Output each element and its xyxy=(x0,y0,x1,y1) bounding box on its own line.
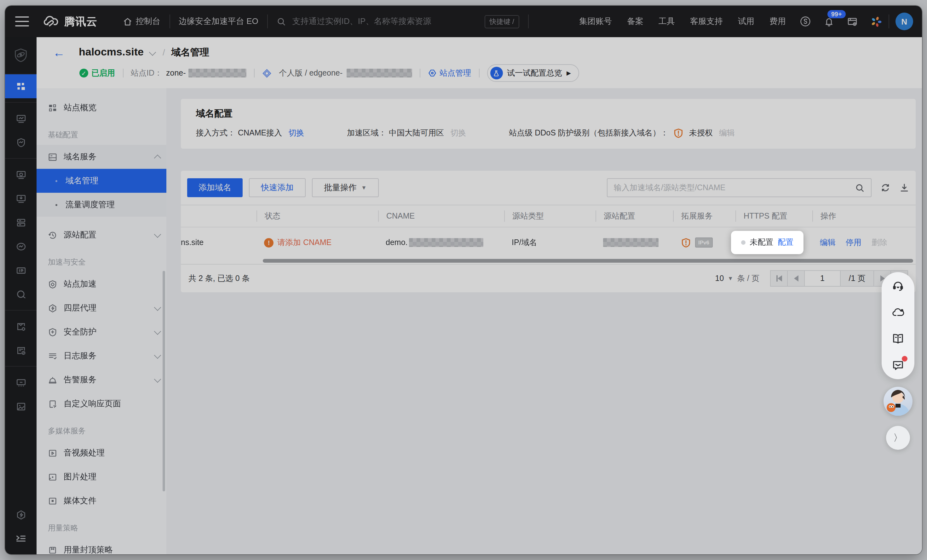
expand-chevron-button[interactable]: 〉 xyxy=(886,426,910,450)
nav-link-support[interactable]: 客服支持 xyxy=(682,16,730,27)
sidebar-item-site-overview[interactable]: 站点概览 xyxy=(36,96,166,120)
caret-down-icon: ▼ xyxy=(361,185,367,191)
status-dot-icon xyxy=(741,240,746,245)
sidebar-item-media-files[interactable]: 媒体文件 xyxy=(36,489,166,513)
horizontal-scrollbar[interactable] xyxy=(181,258,916,264)
sidebar-item-image-processing[interactable]: 图片处理 xyxy=(36,465,166,489)
sidebar-section-usage: 用量策略 xyxy=(36,513,166,538)
brand-logo[interactable]: 腾讯云 xyxy=(43,14,97,29)
sidebar-item-domain-management[interactable]: 域名管理 xyxy=(36,169,166,193)
custom-page-icon xyxy=(48,399,57,408)
scrollbar-thumb[interactable] xyxy=(263,259,913,263)
domain-table-card: 添加域名 快速添加 批量操作▼ 输入加速域名/源站类型/CNAME xyxy=(181,171,916,292)
currency-icon[interactable] xyxy=(793,16,818,27)
table-search-input[interactable]: 输入加速域名/源站类型/CNAME xyxy=(607,178,872,197)
video-icon xyxy=(48,448,57,458)
rail-item-terminal-monitor[interactable] xyxy=(5,370,36,394)
assistant-avatar[interactable] xyxy=(883,387,912,416)
col-actions: 操作 xyxy=(812,210,916,222)
nav-link-billing[interactable]: 费用 xyxy=(762,16,793,27)
notifications-bell-icon[interactable]: 99+ xyxy=(818,16,841,27)
rail-collapse-icon[interactable] xyxy=(5,527,36,551)
nav-link-trial[interactable]: 试用 xyxy=(730,16,762,27)
sidebar-item-custom-response[interactable]: 自定义响应页面 xyxy=(36,392,166,416)
rail-item-image[interactable] xyxy=(5,394,36,418)
sidebar-item-av-processing[interactable]: 音视频处理 xyxy=(36,441,166,465)
nav-product-title[interactable]: 边缘安全加速平台 EO xyxy=(170,6,267,37)
rail-item-page-gear[interactable] xyxy=(5,314,36,338)
sidebar-item-origin-config[interactable]: 源站配置 xyxy=(36,223,166,247)
media-file-icon xyxy=(48,496,57,505)
edit-link[interactable]: 编辑 xyxy=(820,237,836,248)
rail-item-shield-monitor[interactable] xyxy=(5,131,36,154)
quick-add-button[interactable]: 快速添加 xyxy=(249,178,305,197)
feedback-chat-icon[interactable] xyxy=(892,359,904,372)
sidebar-item-l4-proxy[interactable]: 四层代理 xyxy=(36,296,166,320)
bullet-icon xyxy=(55,204,57,206)
acceleration-icon xyxy=(48,279,57,289)
download-icon[interactable] xyxy=(899,183,909,193)
cell-actions: 编辑 停用 删除 xyxy=(812,237,916,248)
page-total: /1 页 xyxy=(840,270,874,287)
site-admin-link[interactable]: 站点管理 xyxy=(428,68,471,79)
sidebar-item-domain-service[interactable]: 域名服务 xyxy=(36,145,166,169)
site-switcher-chevron-icon[interactable] xyxy=(149,49,156,56)
site-admin-icon xyxy=(428,69,436,77)
rail-item-monitor-sync[interactable] xyxy=(5,162,36,187)
https-configure-link[interactable]: 配置 xyxy=(778,237,794,248)
status-badge: ✓ 已启用 xyxy=(79,68,115,79)
region-switch-link[interactable]: 切换 xyxy=(450,128,466,138)
rail-item-pulse-circle[interactable] xyxy=(5,234,36,258)
sidebar-item-security-protection[interactable]: 安全防护 xyxy=(36,320,166,344)
search-icon[interactable] xyxy=(855,183,865,193)
sidebar-item-site-acceleration[interactable]: 站点加速 xyxy=(36,272,166,296)
cell-origin-config xyxy=(596,238,673,247)
sidebar-item-traffic-scheduling[interactable]: 流量调度管理 xyxy=(36,193,166,217)
global-search[interactable]: 支持通过实例ID、IP、名称等搜索资源 快捷键 / xyxy=(268,15,528,28)
divider xyxy=(5,158,36,159)
console-settings-icon[interactable] xyxy=(841,16,864,27)
rail-item-search[interactable] xyxy=(5,282,36,306)
cloud-alert-icon[interactable] xyxy=(891,306,905,319)
sidebar-item-log-service[interactable]: 日志服务 xyxy=(36,344,166,368)
docs-book-icon[interactable] xyxy=(892,332,904,345)
nav-link-icp[interactable]: 备案 xyxy=(620,16,651,27)
delete-link[interactable]: 删除 xyxy=(872,237,887,248)
play-icon: ▶ xyxy=(567,70,571,76)
headset-support-icon[interactable] xyxy=(892,280,904,292)
col-extended: 拓展服务 xyxy=(673,210,736,222)
rail-item-server[interactable] xyxy=(5,210,36,234)
sidebar-item-usage-cap[interactable]: 用量封顶策略 xyxy=(36,538,166,554)
rail-item-monitor-chart[interactable] xyxy=(5,106,36,131)
hamburger-menu-icon[interactable] xyxy=(15,17,29,26)
pinwheel-apps-icon[interactable] xyxy=(864,15,889,27)
site-name[interactable]: halocms.site xyxy=(79,46,144,59)
refresh-icon[interactable] xyxy=(880,183,891,193)
nav-link-tools[interactable]: 工具 xyxy=(651,16,682,27)
back-arrow-button[interactable]: ← xyxy=(53,46,65,58)
nav-link-group-account[interactable]: 集团账号 xyxy=(571,16,620,27)
first-page-button[interactable] xyxy=(770,270,788,287)
rail-item-hexagon-flash[interactable] xyxy=(5,503,36,527)
nav-console[interactable]: 控制台 xyxy=(114,6,169,37)
divider xyxy=(528,15,529,28)
sidebar-item-alarm-service[interactable]: 告警服务 xyxy=(36,368,166,392)
table-search-placeholder: 输入加速域名/源站类型/CNAME xyxy=(614,182,725,193)
rail-item-page-speed[interactable] xyxy=(5,338,36,362)
sidebar-scrollbar[interactable] xyxy=(163,271,165,491)
user-avatar[interactable]: N xyxy=(895,12,913,30)
disable-link[interactable]: 停用 xyxy=(846,237,862,248)
rail-item-overview[interactable] xyxy=(5,74,36,98)
page-number-input[interactable]: 1 xyxy=(804,270,841,287)
add-domain-button[interactable]: 添加域名 xyxy=(187,178,243,197)
batch-actions-button[interactable]: 批量操作▼ xyxy=(312,178,379,197)
tour-overview-button[interactable]: 试一试配置总览 ▶ xyxy=(487,64,579,82)
rail-item-monitor-download[interactable] xyxy=(5,187,36,210)
ddos-edit-link[interactable]: 编辑 xyxy=(719,128,735,138)
prev-page-button[interactable] xyxy=(787,270,805,287)
page-size-select[interactable]: 10 ▼ 条 / 页 xyxy=(715,273,760,284)
cname-redacted xyxy=(409,238,483,247)
access-switch-link[interactable]: 切换 xyxy=(288,128,304,138)
edgeone-logo-icon[interactable] xyxy=(5,37,36,74)
rail-item-ip[interactable] xyxy=(5,258,36,282)
